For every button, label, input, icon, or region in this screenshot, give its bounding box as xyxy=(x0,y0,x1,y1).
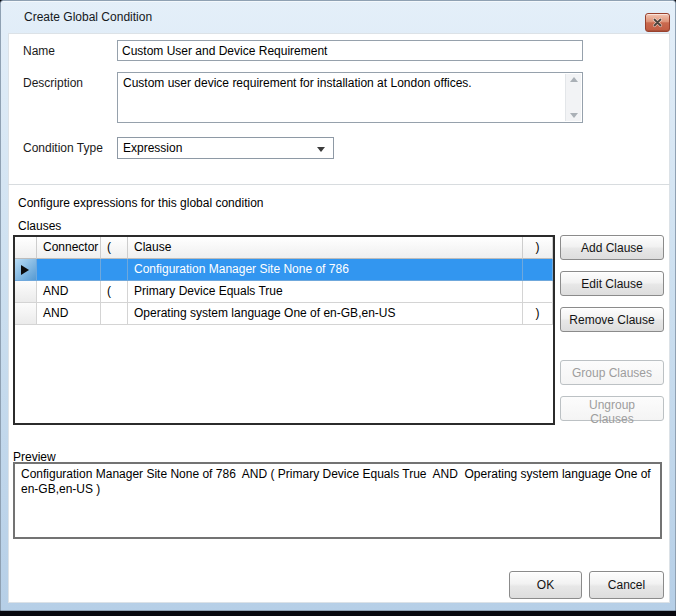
edit-clause-button[interactable]: Edit Clause xyxy=(560,271,664,296)
preview-text: Configuration Manager Site None of 786 A… xyxy=(15,464,660,500)
scroll-up-icon[interactable] xyxy=(570,77,578,82)
connector-cell: AND xyxy=(37,281,101,303)
close-icon xyxy=(652,17,663,28)
condition-type-label: Condition Type xyxy=(23,141,103,155)
column-header-connector: Connector xyxy=(37,237,101,259)
cancel-button[interactable]: Cancel xyxy=(589,571,664,599)
close-button[interactable] xyxy=(645,13,670,32)
clauses-table[interactable]: Connector ( Clause ) Configuration Manag… xyxy=(13,235,555,425)
column-header-selector xyxy=(15,237,37,259)
row-selector-cell[interactable] xyxy=(15,259,37,281)
dialog-client-area: Name Description Custom user device requ… xyxy=(8,33,670,603)
clause-cell: Operating system language One of en-GB,e… xyxy=(128,303,523,325)
column-header-clause: Clause xyxy=(128,237,523,259)
ok-button[interactable]: OK xyxy=(509,571,582,599)
description-scrollbar[interactable] xyxy=(565,74,581,121)
current-row-arrow-icon xyxy=(21,265,29,275)
description-text: Custom user device requirement for insta… xyxy=(123,76,560,91)
ungroup-clauses-button[interactable]: Ungroup Clauses xyxy=(560,396,664,421)
section-heading: Configure expressions for this global co… xyxy=(18,196,263,210)
row-selector-cell[interactable] xyxy=(15,281,37,303)
description-field[interactable]: Custom user device requirement for insta… xyxy=(117,72,583,123)
remove-clause-button[interactable]: Remove Clause xyxy=(560,307,664,332)
condition-type-select[interactable]: Expression xyxy=(117,137,334,159)
clause-row[interactable]: AND ( Primary Device Equals True xyxy=(15,281,553,303)
group-clauses-button[interactable]: Group Clauses xyxy=(560,360,664,385)
column-header-close-paren: ) xyxy=(523,237,553,259)
connector-cell: AND xyxy=(37,303,101,325)
chevron-down-icon xyxy=(317,147,325,152)
open-paren-cell xyxy=(101,259,128,281)
name-input[interactable] xyxy=(117,40,583,61)
clauses-header-row: Connector ( Clause ) xyxy=(15,237,553,259)
create-global-condition-dialog: Create Global Condition Name Description… xyxy=(0,0,676,611)
scroll-down-icon[interactable] xyxy=(570,113,578,118)
close-paren-cell xyxy=(523,259,553,281)
name-label: Name xyxy=(23,44,55,58)
open-paren-cell: ( xyxy=(101,281,128,303)
clause-row[interactable]: AND Operating system language One of en-… xyxy=(15,303,553,325)
titlebar[interactable]: Create Global Condition xyxy=(2,1,674,32)
column-header-open-paren: ( xyxy=(101,237,128,259)
section-divider xyxy=(8,184,670,185)
clause-row[interactable]: Configuration Manager Site None of 786 xyxy=(15,259,553,281)
condition-type-value: Expression xyxy=(123,141,182,155)
connector-cell xyxy=(37,259,101,281)
clauses-label: Clauses xyxy=(18,219,61,233)
clause-cell: Primary Device Equals True xyxy=(128,281,523,303)
window-title: Create Global Condition xyxy=(2,10,152,24)
preview-textbox[interactable]: Configuration Manager Site None of 786 A… xyxy=(13,462,662,539)
add-clause-button[interactable]: Add Clause xyxy=(560,235,664,260)
row-selector-cell[interactable] xyxy=(15,303,37,325)
open-paren-cell xyxy=(101,303,128,325)
screen-background: Create Global Condition Name Description… xyxy=(0,0,676,616)
description-label: Description xyxy=(23,76,83,90)
clause-cell: Configuration Manager Site None of 786 xyxy=(128,259,523,281)
close-paren-cell: ) xyxy=(523,303,553,325)
close-paren-cell xyxy=(523,281,553,303)
